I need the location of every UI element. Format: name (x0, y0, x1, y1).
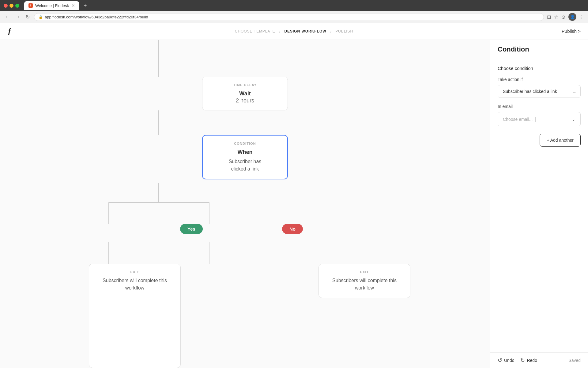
app-logo: ƒ (7, 27, 11, 36)
tab-title: Welcome | Flodesk (35, 3, 69, 8)
no-badge-wrapper: No (282, 224, 303, 234)
url-text: app.flodesk.com/workflow/6343c2ba9dfe222… (45, 15, 148, 19)
choose-condition-label: Choose condition (498, 66, 581, 71)
step-design-workflow[interactable]: DESIGN WORKFLOW (284, 29, 326, 33)
dot-close[interactable] (4, 4, 8, 8)
browser-chrome: f Welcome | Flodesk ✕ + (0, 0, 588, 11)
dot-minimize[interactable] (9, 4, 13, 8)
tab-close-icon[interactable]: ✕ (71, 3, 75, 8)
take-action-label: Take action if (498, 77, 581, 82)
no-badge: No (282, 224, 303, 234)
panel-title: Condition (498, 45, 581, 53)
condition-title: When (211, 148, 279, 156)
step-publish[interactable]: PUBLISH (335, 29, 353, 33)
tab-favicon: f (28, 3, 33, 8)
undo-icon: ↺ (498, 357, 502, 364)
refresh-button[interactable]: ↻ (24, 13, 31, 21)
browser-nav: ← → ↻ 🔒 app.flodesk.com/workflow/6343c2b… (0, 11, 588, 23)
exit-left-text: Subscribers will complete this workflow (98, 277, 172, 292)
panel-title-bar: Condition (490, 40, 588, 58)
main-area: TIME DELAY Wait 2 hours CONDITION When S… (0, 40, 588, 368)
panel-body: Choose condition Take action if Subscrib… (490, 58, 588, 352)
right-panel: Condition Choose condition Take action i… (490, 40, 588, 368)
new-tab-button[interactable]: + (84, 2, 87, 9)
timedelay-node[interactable]: TIME DELAY Wait 2 hours (202, 77, 288, 110)
bookmark-icon[interactable]: ☆ (554, 14, 558, 20)
exit-node-right[interactable]: EXIT Subscribers will complete this work… (318, 264, 410, 298)
step-sep-1: › (279, 29, 281, 34)
email-chevron-icon: ⌄ (572, 117, 575, 122)
condition-node[interactable]: CONDITION When Subscriber hasclicked a l… (202, 135, 288, 179)
publish-button[interactable]: Publish > (562, 29, 581, 34)
undo-button[interactable]: ↺ Undo (498, 357, 514, 364)
bottom-bar: ↺ Undo ↻ Redo Saved (490, 352, 588, 368)
redo-icon: ↻ (520, 357, 525, 364)
email-select-box[interactable]: Choose email... | ⌄ (498, 112, 581, 126)
cast-icon: ⊡ (547, 14, 551, 20)
profile-icon: ⊙ (561, 14, 565, 20)
condition-body: Subscriber hasclicked a link (211, 158, 279, 173)
step-sep-2: › (330, 29, 332, 34)
forward-button[interactable]: → (14, 13, 21, 21)
exit-right-text: Subscribers will complete this workflow (327, 277, 401, 292)
exit-right-label: EXIT (327, 270, 401, 274)
email-placeholder: Choose email... | (503, 116, 537, 122)
exit-left-label: EXIT (98, 270, 172, 274)
yes-badge: Yes (180, 224, 203, 234)
app-steps: CHOOSE TEMPLATE › DESIGN WORKFLOW › PUBL… (235, 29, 353, 34)
timedelay-subtitle: 2 hours (211, 98, 279, 104)
menu-icon[interactable]: ⋮ (579, 14, 584, 20)
redo-button[interactable]: ↻ Redo (520, 357, 537, 364)
yes-badge-wrapper: Yes (180, 224, 203, 234)
lock-icon: 🔒 (39, 15, 43, 19)
dot-maximize[interactable] (15, 4, 19, 8)
step-choose-template[interactable]: CHOOSE TEMPLATE (235, 29, 275, 33)
condition-select-wrapper[interactable]: Subscriber has clicked a link (498, 85, 581, 98)
saved-label: Saved (568, 358, 581, 363)
condition-select[interactable]: Subscriber has clicked a link (498, 85, 581, 98)
add-another-button[interactable]: + Add another (540, 134, 581, 147)
workflow-canvas[interactable]: TIME DELAY Wait 2 hours CONDITION When S… (0, 40, 490, 368)
back-button[interactable]: ← (4, 13, 11, 21)
browser-dots (4, 4, 19, 8)
app-header: ƒ CHOOSE TEMPLATE › DESIGN WORKFLOW › PU… (0, 23, 588, 40)
nav-icons: ⊡ ☆ ⊙ 👤 ⋮ (547, 13, 584, 21)
in-email-label: In email (498, 104, 581, 109)
address-bar[interactable]: 🔒 app.flodesk.com/workflow/6343c2ba9dfe2… (34, 13, 544, 21)
timedelay-title: Wait (211, 90, 279, 98)
exit-node-left[interactable]: EXIT Subscribers will complete this work… (89, 264, 181, 368)
timedelay-label: TIME DELAY (211, 83, 279, 87)
condition-label: CONDITION (211, 142, 279, 145)
incognito-badge: 👤 (568, 13, 576, 21)
browser-tab[interactable]: f Welcome | Flodesk ✕ (24, 1, 79, 10)
